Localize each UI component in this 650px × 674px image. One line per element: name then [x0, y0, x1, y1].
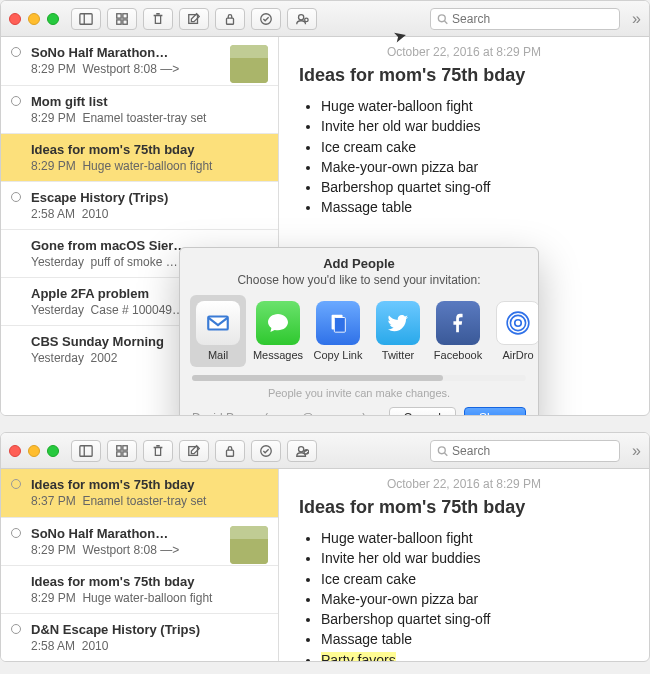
note-item[interactable]: SoNo Half Marathon… 8:29 PM Westport 8:0…: [1, 517, 278, 565]
share-button[interactable]: Share: [464, 407, 526, 416]
list-item: Invite her old war buddies: [321, 116, 629, 136]
svg-point-17: [510, 315, 525, 330]
list-item: Make-your-own pizza bar: [321, 589, 629, 609]
mail-icon: [196, 301, 240, 345]
sidebar-toggle-button[interactable]: [71, 440, 101, 462]
collaborate-shared-button[interactable]: [287, 440, 317, 462]
zoom-window-button[interactable]: [47, 445, 59, 457]
minimize-window-button[interactable]: [28, 445, 40, 457]
compose-button[interactable]: [179, 8, 209, 30]
svg-rect-7: [227, 18, 234, 24]
list-item: Barbershop quartet sing-off: [321, 177, 629, 197]
list-item: Massage table: [321, 197, 629, 217]
collaborate-button[interactable]: [287, 8, 317, 30]
svg-rect-2: [117, 13, 121, 17]
notes-list: Ideas for mom's 75th bday 8:37 PM Enamel…: [1, 469, 279, 661]
checklist-button[interactable]: [251, 8, 281, 30]
list-item: Ice cream cake: [321, 137, 629, 157]
compose-button[interactable]: [179, 440, 209, 462]
delete-button[interactable]: [143, 440, 173, 462]
shared-indicator-icon: [11, 47, 21, 57]
note-item[interactable]: SoNo Half Marathon… 8:29 PM Westport 8:0…: [1, 37, 278, 85]
list-item: Invite her old war buddies: [321, 548, 629, 568]
overflow-button[interactable]: »: [632, 10, 641, 28]
shared-by-label: David Pogue (pogue@mac.com): [192, 411, 381, 416]
lock-button[interactable]: [215, 440, 245, 462]
add-people-dialog: Add People Choose how you'd like to send…: [179, 247, 539, 416]
note-item-selected[interactable]: Ideas for mom's 75th bday 8:37 PM Enamel…: [1, 469, 278, 517]
share-twitter[interactable]: Twitter: [370, 295, 426, 367]
window-controls: [9, 13, 59, 25]
note-title: SoNo Half Marathon…: [31, 45, 181, 60]
svg-rect-5: [123, 19, 127, 23]
search-field[interactable]: [430, 8, 620, 30]
svg-line-12: [445, 21, 448, 24]
svg-line-31: [445, 453, 448, 456]
facebook-icon: [436, 301, 480, 345]
dialog-subtitle: Choose how you'd like to send your invit…: [180, 273, 538, 295]
note-item[interactable]: D&N Escape History (Trips) 2:58 AM 2010: [1, 613, 278, 661]
svg-rect-24: [123, 451, 127, 455]
note-content[interactable]: October 22, 2016 at 8:29 PM Ideas for mo…: [279, 469, 649, 661]
list-item: Ice cream cake: [321, 569, 629, 589]
shared-indicator-icon: [11, 624, 21, 634]
search-input[interactable]: [452, 444, 613, 458]
list-item: Massage table: [321, 629, 629, 649]
svg-rect-23: [117, 451, 121, 455]
note-title: SoNo Half Marathon…: [31, 526, 181, 541]
note-item-selected[interactable]: Ideas for mom's 75th bday 8:29 PM Huge w…: [1, 133, 278, 181]
search-field[interactable]: [430, 440, 620, 462]
share-copylink[interactable]: Copy Link: [310, 295, 366, 367]
svg-rect-15: [334, 318, 345, 333]
note-item[interactable]: Ideas for mom's 75th bday 8:29 PM Huge w…: [1, 565, 278, 613]
note-heading: Ideas for mom's 75th bday: [299, 65, 629, 86]
minimize-window-button[interactable]: [28, 13, 40, 25]
share-scroll-indicator[interactable]: [192, 375, 526, 381]
checklist-button[interactable]: [251, 440, 281, 462]
svg-rect-0: [80, 13, 92, 24]
note-item[interactable]: Escape History (Trips) 2:58 AM 2010: [1, 181, 278, 229]
svg-point-28: [299, 446, 304, 451]
svg-point-9: [299, 14, 304, 19]
list-item: Make-your-own pizza bar: [321, 157, 629, 177]
svg-point-30: [438, 446, 445, 453]
note-thumbnail: [230, 45, 268, 83]
note-title: Ideas for mom's 75th bday: [31, 574, 221, 589]
shared-indicator-icon: [11, 96, 21, 106]
delete-button[interactable]: [143, 8, 173, 30]
messages-icon: [256, 301, 300, 345]
svg-point-11: [438, 14, 445, 21]
overflow-button[interactable]: »: [632, 442, 641, 460]
lock-button[interactable]: [215, 8, 245, 30]
note-timestamp: October 22, 2016 at 8:29 PM: [299, 477, 629, 491]
close-window-button[interactable]: [9, 13, 21, 25]
svg-point-10: [305, 18, 309, 22]
svg-rect-22: [123, 445, 127, 449]
dialog-title: Add People: [180, 248, 538, 273]
shared-indicator-icon: [11, 528, 21, 538]
sidebar-toggle-button[interactable]: [71, 8, 101, 30]
search-input[interactable]: [452, 12, 613, 26]
svg-rect-4: [117, 19, 121, 23]
note-title: Ideas for mom's 75th bday: [31, 142, 221, 157]
notes-window-after: » Ideas for mom's 75th bday 8:37 PM Enam…: [0, 432, 650, 662]
share-facebook[interactable]: Facebook: [430, 295, 486, 367]
cancel-button[interactable]: Cancel: [389, 407, 456, 416]
close-window-button[interactable]: [9, 445, 21, 457]
share-options: Mail Messages Copy Link Twitter Facebook: [180, 295, 538, 367]
grid-view-button[interactable]: [107, 8, 137, 30]
svg-rect-21: [117, 445, 121, 449]
note-thumbnail: [230, 526, 268, 564]
zoom-window-button[interactable]: [47, 13, 59, 25]
share-mail[interactable]: Mail: [190, 295, 246, 367]
window-controls: [9, 445, 59, 457]
share-messages[interactable]: Messages: [250, 295, 306, 367]
permission-text: People you invite can make changes.: [180, 387, 538, 399]
share-airdrop[interactable]: AirDro: [490, 295, 538, 367]
svg-rect-26: [227, 450, 234, 456]
svg-rect-3: [123, 13, 127, 17]
grid-view-button[interactable]: [107, 440, 137, 462]
toolbar: »: [1, 433, 649, 469]
note-item[interactable]: Mom gift list 8:29 PM Enamel toaster-tra…: [1, 85, 278, 133]
note-title: Escape History (Trips): [31, 190, 221, 205]
